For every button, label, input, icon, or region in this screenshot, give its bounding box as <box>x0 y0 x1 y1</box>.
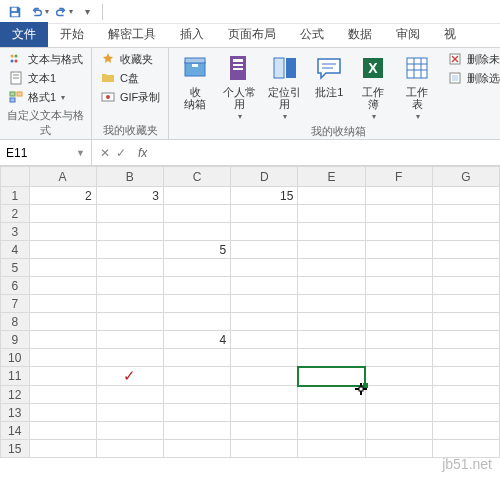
row-header[interactable]: 10 <box>1 349 30 367</box>
cell[interactable] <box>29 331 96 349</box>
cell[interactable] <box>163 440 230 458</box>
tab-decrypt[interactable]: 解密工具 <box>96 22 168 47</box>
cell[interactable] <box>365 187 432 205</box>
cell[interactable] <box>432 295 499 313</box>
row-header[interactable]: 9 <box>1 331 30 349</box>
col-header[interactable]: F <box>365 167 432 187</box>
cell[interactable] <box>231 223 298 241</box>
row-header[interactable]: 8 <box>1 313 30 331</box>
cell[interactable] <box>432 404 499 422</box>
cell[interactable] <box>163 187 230 205</box>
cell[interactable] <box>96 404 163 422</box>
cell[interactable] <box>231 404 298 422</box>
cell[interactable] <box>96 241 163 259</box>
favorites-button[interactable]: 收藏夹 <box>98 50 162 68</box>
cell[interactable]: 5 <box>163 241 230 259</box>
cell[interactable] <box>29 223 96 241</box>
cell[interactable] <box>365 295 432 313</box>
row-header[interactable]: 7 <box>1 295 30 313</box>
cell[interactable] <box>298 404 365 422</box>
cell[interactable] <box>29 367 96 386</box>
cell[interactable] <box>96 440 163 458</box>
cell[interactable] <box>432 422 499 440</box>
cell[interactable] <box>29 241 96 259</box>
tab-data[interactable]: 数据 <box>336 22 384 47</box>
cell[interactable] <box>298 313 365 331</box>
cell[interactable] <box>96 349 163 367</box>
gif-record-button[interactable]: GIF录制 <box>98 88 162 106</box>
tab-formulas[interactable]: 公式 <box>288 22 336 47</box>
cell[interactable] <box>365 422 432 440</box>
row-header[interactable]: 6 <box>1 277 30 295</box>
cell[interactable] <box>29 295 96 313</box>
save-icon[interactable] <box>4 2 26 22</box>
cell[interactable]: 15 <box>231 187 298 205</box>
cell[interactable] <box>163 422 230 440</box>
cell[interactable] <box>231 295 298 313</box>
cell[interactable] <box>231 349 298 367</box>
cell[interactable] <box>365 223 432 241</box>
cell[interactable] <box>231 241 298 259</box>
cell[interactable] <box>365 404 432 422</box>
cell[interactable] <box>163 259 230 277</box>
cell[interactable] <box>432 313 499 331</box>
row-header[interactable]: 3 <box>1 223 30 241</box>
chevron-down-icon[interactable]: ▼ <box>76 148 85 158</box>
cell[interactable] <box>298 223 365 241</box>
cell[interactable] <box>298 422 365 440</box>
cell[interactable] <box>298 386 365 404</box>
workbook-button[interactable]: X工作簿▾ <box>353 50 393 123</box>
c-drive-button[interactable]: C盘 <box>98 69 162 87</box>
comment1-button[interactable]: 批注1 <box>309 50 349 123</box>
qat-customize-icon[interactable]: ▾ <box>76 2 98 22</box>
text-and-format-button[interactable]: 文本与格式 <box>6 50 85 68</box>
cell[interactable] <box>365 386 432 404</box>
cell[interactable] <box>29 349 96 367</box>
format1-button[interactable]: 格式1▾ <box>6 88 85 106</box>
tab-page-layout[interactable]: 页面布局 <box>216 22 288 47</box>
cell[interactable] <box>432 440 499 458</box>
name-box[interactable]: ▼ <box>0 140 92 165</box>
row-header[interactable]: 14 <box>1 422 30 440</box>
cell[interactable] <box>96 205 163 223</box>
delete-selected-button[interactable]: 删除选 <box>445 69 500 87</box>
col-header[interactable]: C <box>163 167 230 187</box>
cell[interactable] <box>29 422 96 440</box>
cell[interactable] <box>231 422 298 440</box>
cell[interactable] <box>163 367 230 386</box>
cell[interactable] <box>163 349 230 367</box>
storage-box-button[interactable]: 收纳箱 <box>175 50 215 123</box>
undo-icon[interactable]: ▾ <box>28 2 50 22</box>
cell[interactable] <box>231 259 298 277</box>
cell[interactable] <box>298 295 365 313</box>
cell[interactable] <box>96 313 163 331</box>
cell[interactable] <box>298 259 365 277</box>
cell[interactable] <box>432 223 499 241</box>
cell[interactable] <box>231 205 298 223</box>
cell[interactable] <box>365 313 432 331</box>
cell[interactable] <box>163 404 230 422</box>
personal-common-button[interactable]: 个人常用▾ <box>219 50 260 123</box>
enter-icon[interactable]: ✓ <box>116 146 126 160</box>
cell[interactable] <box>29 205 96 223</box>
cell[interactable] <box>365 440 432 458</box>
cell[interactable] <box>163 295 230 313</box>
tab-file[interactable]: 文件 <box>0 22 48 47</box>
col-header[interactable]: G <box>432 167 499 187</box>
cell[interactable] <box>365 367 432 386</box>
cell[interactable] <box>365 277 432 295</box>
cell[interactable] <box>231 367 298 386</box>
cell[interactable] <box>29 404 96 422</box>
cell[interactable] <box>432 386 499 404</box>
row-header[interactable]: 1 <box>1 187 30 205</box>
row-header[interactable]: 12 <box>1 386 30 404</box>
cell[interactable] <box>96 295 163 313</box>
tab-view[interactable]: 视 <box>432 22 468 47</box>
cell[interactable] <box>29 386 96 404</box>
cell[interactable] <box>432 259 499 277</box>
cell[interactable] <box>432 277 499 295</box>
cell[interactable] <box>298 205 365 223</box>
cancel-icon[interactable]: ✕ <box>100 146 110 160</box>
cell[interactable] <box>298 440 365 458</box>
locate-reference-button[interactable]: 定位引用▾ <box>264 50 305 123</box>
